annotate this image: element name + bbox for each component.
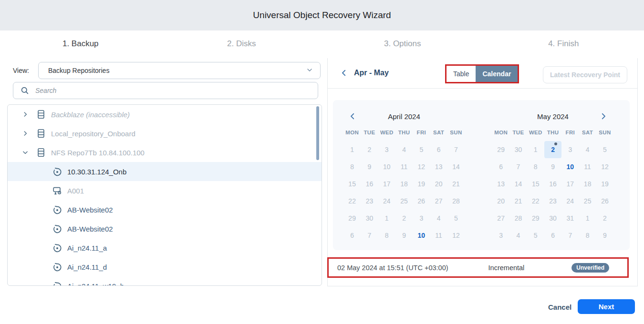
step-backup[interactable]: 1. Backup (0, 30, 161, 57)
calendar-day[interactable]: 16 (544, 175, 561, 192)
view-dropdown[interactable]: Backup Repositories (38, 62, 321, 79)
calendar-day[interactable]: 24 (561, 192, 579, 210)
calendar-day[interactable]: 8 (378, 227, 395, 244)
calendar-day[interactable]: 6 (544, 227, 561, 244)
calendar-day[interactable]: 4 (579, 141, 596, 158)
calendar-day[interactable]: 9 (596, 227, 613, 244)
calendar-day[interactable]: 18 (395, 175, 413, 192)
tree-item[interactable]: Ai_n24.11_a (8, 238, 322, 257)
calendar-day[interactable]: 21 (509, 192, 527, 210)
calendar-day[interactable]: 24 (378, 192, 395, 210)
calendar-day[interactable]: 11 (430, 227, 447, 244)
tree-item[interactable]: AB-Website02 (8, 219, 322, 238)
calendar-day[interactable]: 4 (430, 210, 447, 227)
calendar-day[interactable]: 15 (527, 175, 544, 192)
calendar-day[interactable]: 7 (361, 227, 378, 244)
calendar-day[interactable]: 14 (447, 158, 465, 175)
calendar-day[interactable]: 7 (561, 227, 579, 244)
calendar-day[interactable]: 25 (579, 192, 596, 210)
calendar-day[interactable]: 19 (413, 175, 430, 192)
calendar-day[interactable]: 28 (509, 210, 527, 227)
calendar-day[interactable]: 8 (579, 227, 596, 244)
calendar-day[interactable]: 3 (378, 141, 395, 158)
calendar-day[interactable]: 9 (544, 158, 561, 175)
calendar-day[interactable]: 9 (361, 158, 378, 175)
calendar-day[interactable]: 20 (492, 192, 509, 210)
calendar-day[interactable]: 21 (447, 175, 465, 192)
calendar-day[interactable]: 4 (509, 227, 527, 244)
calendar-day[interactable]: 29 (343, 210, 361, 227)
calendar-day[interactable]: 30 (544, 210, 561, 227)
calendar-day[interactable]: 10 (561, 158, 579, 175)
calendar-day[interactable]: 3 (492, 227, 509, 244)
chevron-left-icon[interactable] (340, 69, 348, 77)
latest-recovery-point-button[interactable]: Latest Recovery Point (543, 66, 627, 83)
calendar-day[interactable]: 6 (430, 141, 447, 158)
scrollbar-thumb[interactable] (316, 106, 319, 160)
chevron-right-icon[interactable] (21, 111, 29, 118)
chevron-right-icon[interactable] (21, 130, 29, 137)
calendar-day[interactable]: 4 (395, 141, 413, 158)
calendar-day[interactable]: 1 (343, 141, 361, 158)
calendar-day[interactable]: 19 (596, 175, 613, 192)
calendar-day[interactable]: 18 (579, 175, 596, 192)
table-toggle-button[interactable]: Table (447, 66, 476, 82)
calendar-day[interactable]: 2 (596, 210, 613, 227)
calendar-day[interactable]: 3 (561, 141, 579, 158)
calendar-day[interactable]: 11 (395, 158, 413, 175)
calendar-day[interactable]: 27 (430, 192, 447, 210)
calendar-day[interactable]: 14 (509, 175, 527, 192)
calendar-day[interactable]: 15 (343, 175, 361, 192)
calendar-day[interactable]: 11 (579, 158, 596, 175)
calendar-day[interactable]: 26 (413, 192, 430, 210)
calendar-day[interactable]: 28 (447, 192, 465, 210)
calendar-day[interactable]: 5 (447, 210, 465, 227)
calendar-day[interactable]: 5 (413, 141, 430, 158)
calendar-day[interactable]: 22 (527, 192, 544, 210)
calendar-day[interactable]: 25 (395, 192, 413, 210)
calendar-day[interactable]: 12 (413, 158, 430, 175)
calendar-day[interactable]: 10 (413, 227, 430, 244)
search-input[interactable] (34, 83, 308, 98)
calendar-day[interactable]: 3 (413, 210, 430, 227)
calendar-day[interactable]: 1 (378, 210, 395, 227)
calendar-day[interactable]: 6 (492, 158, 509, 175)
calendar-day[interactable]: 10 (378, 158, 395, 175)
calendar-day[interactable]: 27 (492, 210, 509, 227)
calendar-day[interactable]: 7 (447, 141, 465, 158)
tree-item[interactable]: 10.30.31.124_Onb (8, 162, 322, 181)
step-disks[interactable]: 2. Disks (161, 30, 322, 57)
calendar-day[interactable]: 7 (509, 158, 527, 175)
step-finish[interactable]: 4. Finish (483, 30, 644, 57)
calendar-day[interactable]: 16 (361, 175, 378, 192)
calendar-day[interactable]: 23 (544, 192, 561, 210)
calendar-day[interactable]: 6 (343, 227, 361, 244)
calendar-day[interactable]: 8 (527, 158, 544, 175)
next-button[interactable]: Next (578, 299, 635, 314)
calendar-day[interactable]: 12 (596, 158, 613, 175)
calendar-day[interactable]: 13 (492, 175, 509, 192)
recovery-point-row[interactable]: 02 May 2024 at 15:51 (UTC +03:00) Increm… (327, 257, 629, 278)
calendar-day[interactable]: 26 (596, 192, 613, 210)
calendar-day[interactable]: 12 (447, 227, 465, 244)
calendar-day[interactable]: 8 (343, 158, 361, 175)
tree-item[interactable]: NFS Repo7Tb 10.84.100.100 (8, 143, 322, 162)
calendar-day[interactable]: 17 (378, 175, 395, 192)
calendar-day[interactable]: 2 (395, 210, 413, 227)
calendar-day[interactable]: 9 (395, 227, 413, 244)
tree-item[interactable]: A001 (8, 181, 322, 200)
calendar-day[interactable]: 1 (579, 210, 596, 227)
step-options[interactable]: 3. Options (322, 30, 483, 57)
calendar-day[interactable]: 17 (561, 175, 579, 192)
calendar-toggle-button[interactable]: Calendar (476, 66, 518, 82)
calendar-day[interactable]: 31 (561, 210, 579, 227)
calendar-day[interactable]: 20 (430, 175, 447, 192)
search-box[interactable] (13, 82, 318, 99)
calendar-day[interactable]: 22 (343, 192, 361, 210)
tree-item[interactable]: Ai_n24.11_d (8, 257, 322, 276)
chevron-down-icon[interactable] (21, 149, 29, 156)
tree-item[interactable]: Local_repository_Onboard (8, 124, 322, 143)
tree-item[interactable]: Ai_n24.11_w19_b (8, 276, 322, 286)
calendar-day[interactable]: 30 (509, 141, 527, 158)
calendar-day[interactable]: 2 (544, 141, 561, 158)
